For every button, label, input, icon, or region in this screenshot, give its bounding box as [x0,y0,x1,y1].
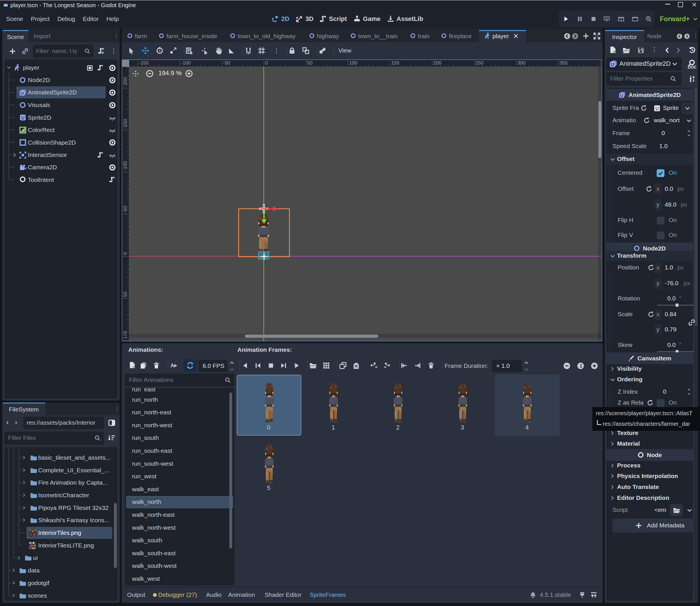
svg-text:150: 150 [391,60,399,66]
svg-text:200: 200 [434,60,441,66]
svg-text:-150: -150 [139,60,149,66]
svg-text:400: 400 [602,60,602,66]
svg-text:A: A [170,363,174,368]
svg-text:-150: -150 [122,119,128,129]
svg-text:1: 1 [580,363,582,369]
svg-text:350: 350 [559,60,567,66]
svg-text:300: 300 [517,60,526,66]
svg-text:-50: -50 [223,60,230,66]
svg-text:50: 50 [307,60,312,66]
svg-text:-50: -50 [122,206,128,213]
svg-text:0: 0 [122,252,128,255]
svg-text:DOC: DOC [688,65,696,69]
svg-text:250: 250 [475,60,483,66]
svg-text:100: 100 [349,60,357,66]
svg-text:-100: -100 [181,60,191,66]
svg-text:-200: -200 [122,77,128,87]
svg-text:-100: -100 [122,161,128,171]
svg-text:50: 50 [122,292,128,297]
svg-text:0: 0 [265,60,268,66]
